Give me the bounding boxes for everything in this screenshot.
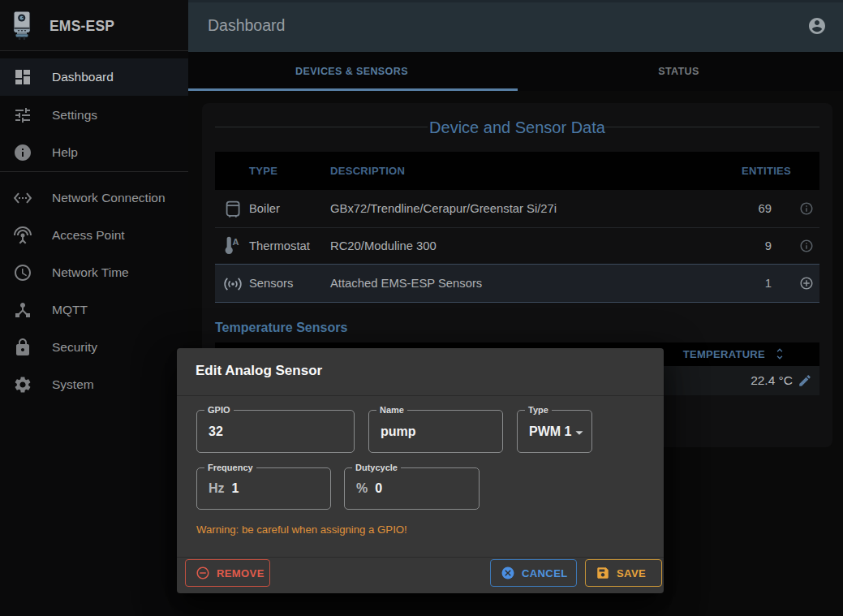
svg-text:A: A — [233, 237, 239, 247]
